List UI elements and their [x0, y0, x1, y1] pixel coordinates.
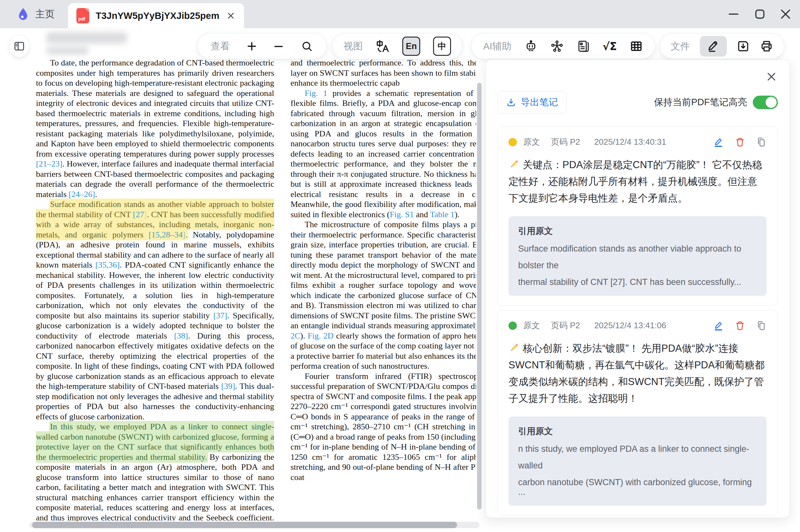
outline-notes-button[interactable]: [577, 39, 590, 53]
citation-link[interactable]: [37]: [213, 311, 227, 320]
pen-icon: [707, 39, 720, 53]
edit-note-button[interactable]: [713, 320, 724, 331]
edit-note-button[interactable]: [713, 137, 724, 148]
citation-link[interactable]: Fig. 1: [305, 89, 327, 98]
body-text: .: [95, 190, 97, 199]
body-text: The microstructure of composite films pl…: [291, 220, 476, 300]
outline-icon: [577, 39, 590, 53]
highlight-color-dot: [508, 322, 517, 330]
window-close-button[interactable]: [778, 0, 793, 28]
copy-note-button[interactable]: [756, 320, 767, 331]
file-toolbar-group: 文件: [660, 33, 784, 59]
copy-icon: [756, 320, 767, 331]
pdf-tab-title: T3JnYW5pYyBjYXJib25pem...: [96, 11, 220, 21]
window-minimize-button[interactable]: [726, 0, 741, 28]
trash-icon: [734, 137, 745, 148]
pencil-emoji: [508, 342, 519, 353]
quote-line: Surface modification stands as another v…: [518, 244, 757, 253]
export-notes-button[interactable]: 导出笔记: [497, 91, 566, 114]
note-card: 原文 页码 P2 2025/12/4 13:41:06 核心创新：双步法“镀膜: [497, 310, 778, 516]
pdf-tab[interactable]: pdf T3JnYW5pYyBjYXJib25pem...: [68, 3, 244, 28]
notes-panel: 导出笔记 保持当前PDF笔记高亮 原文 页码 P2 2025/12/4 13:4…: [485, 60, 790, 518]
tab-close-button[interactable]: [226, 11, 236, 21]
ai-group-label: AI辅助: [483, 40, 511, 53]
horizontal-scrollbar-track[interactable]: [30, 522, 480, 528]
body-text: ).: [300, 331, 308, 340]
note-source-label: 原文: [523, 320, 540, 331]
paragraph: Fig. 1 provides a schematic representati…: [291, 88, 476, 220]
close-icon: [226, 11, 236, 21]
ai-toolbar-group: AI辅助 √Σ: [471, 33, 655, 59]
notes-panel-header: 导出笔记 保持当前PDF笔记高亮: [497, 91, 778, 114]
keep-highlight-label: 保持当前PDF笔记高亮: [654, 96, 747, 109]
app-logo-icon: [16, 6, 30, 22]
citation-link[interactable]: [21–23]: [36, 159, 62, 169]
search-button[interactable]: [300, 40, 313, 53]
note-page-label: 页码 P2: [551, 136, 580, 148]
panel-close-button[interactable]: [764, 70, 779, 84]
edit-pen-icon: [713, 137, 724, 148]
lang-en-button[interactable]: En: [402, 37, 420, 56]
zoom-out-button[interactable]: −: [274, 38, 283, 55]
body-text: and thermoelectric performance. To addre…: [291, 58, 476, 88]
print-button[interactable]: [760, 39, 773, 53]
app-window: 主页 pdf T3JnYW5pYyBjYXJib25pem... 查看 +: [0, 0, 800, 532]
table-grid-button[interactable]: [630, 39, 643, 53]
vertical-scrollbar[interactable]: [477, 83, 482, 510]
copy-note-button[interactable]: [756, 137, 767, 148]
quote-title: 引用原文: [518, 225, 757, 237]
minimize-icon: [726, 7, 741, 21]
body-text: and B). Transmission electron mi was uti…: [291, 301, 476, 330]
citation-link[interactable]: Fig. S1: [390, 210, 414, 219]
translate-button[interactable]: [376, 39, 390, 53]
knowledge-graph-button[interactable]: [550, 39, 564, 53]
body-text: By carbonizing the composite materials i…: [36, 452, 274, 521]
network-icon: [550, 39, 564, 53]
citation-link[interactable]: [35,36]: [95, 260, 120, 269]
keep-highlight-toggle[interactable]: [753, 96, 778, 109]
ai-robot-button[interactable]: [524, 39, 538, 53]
robot-icon: [524, 39, 538, 53]
sidebar-icon: [13, 40, 25, 52]
tab-bar: 主页 pdf T3JnYW5pYyBjYXJib25pem...: [0, 0, 800, 28]
quote-title: 引用原文: [518, 425, 757, 437]
copy-icon: [756, 137, 767, 148]
quote-block: 引用原文 Surface modification stands as anot…: [508, 216, 767, 296]
quote-line: thermal stability of CNT [27]. CNT has b…: [518, 277, 757, 287]
pdf-file-icon: pdf: [76, 8, 89, 23]
annotate-pen-button[interactable]: [700, 36, 727, 56]
highlight-color-dot: [508, 138, 517, 146]
pencil-emoji: [508, 159, 519, 170]
highlighted-text[interactable]: [15,28–34]: [149, 230, 186, 240]
search-icon: [300, 40, 313, 53]
quote-line: n this study, we employed PDA as a linke…: [518, 444, 757, 454]
edit-pen-icon: [713, 320, 724, 331]
quote-line: carbon nanotube (SWCNT) with carbonized …: [518, 477, 757, 497]
home-tab[interactable]: 主页: [16, 0, 55, 28]
math-formula-button[interactable]: √Σ: [602, 40, 617, 53]
save-download-button[interactable]: [737, 39, 750, 53]
delete-note-button[interactable]: [734, 320, 745, 331]
highlighted-text[interactable]: [27]: [133, 210, 147, 219]
window-maximize-button[interactable]: [752, 0, 767, 28]
citation-link[interactable]: [24–26]: [69, 190, 95, 199]
delete-note-button[interactable]: [734, 137, 745, 148]
paragraph: In this study, we employed PDA as a link…: [36, 422, 274, 521]
horizontal-scrollbar-thumb[interactable]: [32, 522, 457, 528]
save-icon: [737, 39, 750, 53]
zoom-in-button[interactable]: +: [247, 38, 257, 55]
layout-toolbar-group: 视图 En 中: [332, 33, 462, 59]
maximize-icon: [752, 7, 767, 21]
citation-link[interactable]: Fig. 2D: [308, 331, 334, 340]
citation-link[interactable]: [39]: [221, 381, 235, 391]
note-body: 核心创新：双步法“镀膜”！ 先用PDA做“胶水”连接SWCNT和葡萄糖，再在氩气…: [508, 340, 767, 407]
citation-link[interactable]: [38]: [174, 331, 188, 340]
body-text: and: [414, 210, 430, 219]
note-card: 原文 页码 P2 2025/12/4 13:40:31 关键点：PDA涂层是稳: [497, 127, 778, 306]
toggle-knob: [766, 97, 777, 108]
sidebar-toggle-button[interactable]: [10, 35, 29, 57]
body-text: provides a schematic representation of t…: [291, 89, 476, 219]
print-icon: [760, 39, 773, 53]
lang-zh-button[interactable]: 中: [433, 37, 451, 56]
citation-link[interactable]: Table 1: [430, 210, 454, 219]
